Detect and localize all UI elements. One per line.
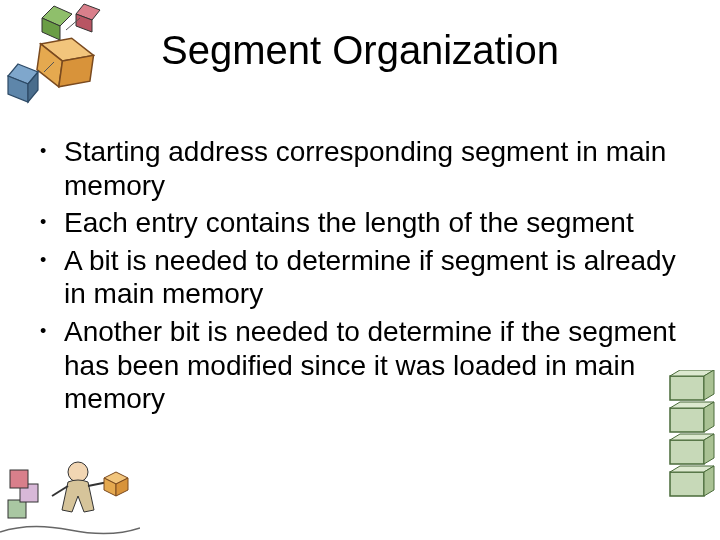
svg-line-16 (52, 486, 68, 496)
svg-marker-29 (704, 370, 714, 400)
bullet-text: Starting address corresponding segment i… (64, 135, 680, 202)
person-cubes-icon (0, 450, 140, 540)
list-item: • Starting address corresponding segment… (40, 135, 680, 202)
svg-marker-28 (670, 466, 714, 472)
svg-point-15 (68, 462, 88, 482)
svg-marker-20 (116, 478, 128, 496)
svg-rect-24 (670, 472, 704, 496)
bullet-text: Another bit is needed to determine if th… (64, 315, 680, 416)
svg-marker-0 (42, 6, 72, 26)
svg-line-17 (88, 482, 108, 486)
list-item: • Another bit is needed to determine if … (40, 315, 680, 416)
bullet-list: • Starting address corresponding segment… (40, 135, 680, 420)
slide: Segment Organization • Starting address … (0, 0, 720, 540)
bullet-dot-icon: • (40, 315, 64, 343)
svg-marker-8 (8, 76, 28, 102)
bullet-text: Each entry contains the length of the se… (64, 206, 680, 240)
svg-marker-19 (104, 478, 116, 496)
decoration-bottom-left (0, 450, 140, 540)
list-item: • A bit is needed to determine if segmen… (40, 244, 680, 311)
svg-rect-12 (8, 500, 26, 518)
svg-marker-18 (104, 472, 128, 484)
svg-marker-32 (704, 466, 714, 496)
bullet-dot-icon: • (40, 206, 64, 234)
svg-rect-14 (10, 470, 28, 488)
bullet-dot-icon: • (40, 244, 64, 272)
slide-title: Segment Organization (0, 28, 720, 73)
svg-rect-23 (670, 440, 704, 464)
bullet-dot-icon: • (40, 135, 64, 163)
bullet-text: A bit is needed to determine if segment … (64, 244, 680, 311)
svg-marker-27 (670, 434, 714, 440)
svg-rect-13 (20, 484, 38, 502)
svg-marker-31 (704, 434, 714, 464)
svg-marker-2 (76, 4, 100, 20)
svg-marker-9 (28, 72, 38, 102)
svg-marker-30 (704, 402, 714, 432)
list-item: • Each entry contains the length of the … (40, 206, 680, 240)
